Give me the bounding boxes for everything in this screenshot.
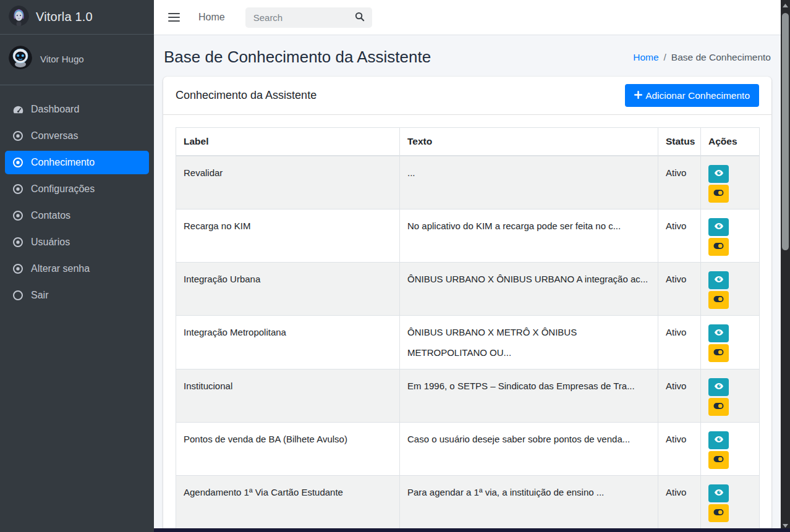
cell-status: Ativo — [658, 156, 701, 209]
cell-status: Ativo — [658, 209, 701, 263]
cell-acoes — [701, 209, 760, 263]
table-row: Recarga no KIM No aplicativo do KIM a re… — [176, 209, 760, 263]
cell-label: Revalidar — [176, 156, 400, 209]
toggle-on-icon — [713, 508, 724, 518]
sidebar-item-configuracoes[interactable]: Configurações — [5, 177, 149, 201]
brand-title: Vitorla 1.0 — [36, 10, 93, 24]
eye-icon — [714, 327, 724, 339]
table-header-row: Label Texto Status Ações — [176, 128, 760, 156]
user-name[interactable]: Vitor Hugo — [40, 54, 84, 64]
view-button[interactable] — [708, 378, 729, 396]
view-button[interactable] — [708, 218, 729, 236]
view-button[interactable] — [708, 484, 729, 502]
toggle-status-button[interactable] — [708, 398, 729, 416]
table-row: Agendamento 1ª Via Cartão Estudante Para… — [176, 476, 760, 529]
sidebar-item-conhecimento[interactable]: Conhecimento — [5, 151, 149, 174]
toggle-status-button[interactable] — [708, 451, 729, 469]
toggle-on-icon — [713, 295, 724, 305]
card-header: Conhecimento da Assistente Adicionar Con… — [163, 77, 771, 115]
toggle-on-icon — [713, 402, 724, 412]
user-avatar[interactable] — [9, 46, 32, 72]
toggle-on-icon — [713, 242, 724, 252]
hamburger-icon[interactable] — [168, 13, 180, 22]
cell-texto: ÔNIBUS URBANO X METRÔ X ÔNIBUS METROPOLI… — [400, 316, 658, 369]
sidebar-item-label: Dashboard — [31, 104, 79, 115]
cell-status: Ativo — [658, 263, 701, 316]
cell-texto: ... — [400, 156, 658, 209]
sidebar-item-label: Contatos — [31, 210, 70, 221]
sidebar-item-usuarios[interactable]: Usuários — [5, 230, 149, 254]
toggle-status-button[interactable] — [708, 504, 729, 522]
toggle-status-button[interactable] — [708, 291, 729, 309]
cell-texto: No aplicativo do KIM a recarga pode ser … — [400, 209, 658, 263]
user-panel: Vitor Hugo — [0, 35, 154, 85]
sidebar-item-dashboard[interactable]: Dashboard — [5, 98, 149, 121]
add-knowledge-button-label: Adicionar Conhecimento — [645, 90, 750, 101]
eye-icon — [714, 381, 724, 393]
cell-acoes — [701, 369, 760, 423]
sidebar-item-label: Usuários — [31, 237, 70, 248]
cell-status: Ativo — [658, 423, 701, 476]
dot-circle-icon — [11, 263, 25, 274]
cell-texto: Em 1996, o SETPS – Sindicato das Empresa… — [400, 369, 658, 423]
dot-circle-icon — [11, 157, 25, 168]
view-button[interactable] — [708, 324, 729, 342]
plus-icon — [634, 90, 642, 101]
eye-icon — [714, 221, 724, 233]
dot-circle-icon — [11, 130, 25, 141]
view-button[interactable] — [708, 271, 729, 289]
dot-circle-icon — [11, 184, 25, 195]
table-row: Integração Metropolitana ÔNIBUS URBANO X… — [176, 316, 760, 369]
eye-icon — [714, 168, 724, 180]
scrollbar-up-arrow[interactable] — [781, 1, 790, 11]
view-button[interactable] — [708, 431, 729, 449]
navbar-search — [245, 7, 372, 28]
view-button[interactable] — [708, 165, 729, 183]
toggle-status-button[interactable] — [708, 185, 729, 203]
sidebar-nav: Dashboard Conversas Conhecimento Configu… — [0, 85, 154, 307]
sidebar-item-label: Conhecimento — [31, 157, 95, 168]
search-input[interactable] — [245, 12, 347, 23]
breadcrumb-home-link[interactable]: Home — [633, 52, 658, 63]
toggle-on-icon — [713, 188, 724, 199]
breadcrumb: Home / Base de Conhecimento — [633, 52, 771, 63]
search-button[interactable] — [347, 7, 372, 28]
sidebar-item-alterar-senha[interactable]: Alterar senha — [5, 257, 149, 281]
column-header-status: Status — [658, 128, 701, 156]
table-row: Pontos de venda de BA (Bilhete Avulso) C… — [176, 423, 760, 476]
cell-acoes — [701, 263, 760, 316]
sidebar-item-contatos[interactable]: Contatos — [5, 204, 149, 227]
table-row: Revalidar ... Ativo — [176, 156, 760, 209]
sidebar-item-sair[interactable]: Sair — [5, 284, 149, 307]
brand-logo-image — [9, 6, 29, 28]
add-knowledge-button[interactable]: Adicionar Conhecimento — [625, 84, 759, 107]
toggle-on-icon — [713, 455, 724, 465]
toggle-status-button[interactable] — [708, 238, 729, 256]
card-title: Conhecimento da Assistente — [176, 89, 316, 102]
vertical-scrollbar — [781, 0, 790, 532]
sidebar-item-conversas[interactable]: Conversas — [5, 124, 149, 148]
toggle-status-button[interactable] — [708, 344, 729, 362]
top-navbar: Home — [154, 0, 781, 35]
breadcrumb-separator: / — [664, 52, 666, 63]
sidebar-item-label: Alterar senha — [31, 263, 90, 274]
cell-texto: ÔNIBUS URBANO X ÔNIBUS URBANO A integraç… — [400, 263, 658, 316]
scrollbar-thumb[interactable] — [782, 13, 789, 250]
column-header-acoes: Ações — [701, 128, 760, 156]
cell-label: Institucional — [176, 369, 400, 423]
cell-label: Integração Urbana — [176, 263, 400, 316]
bottom-window-edge — [154, 528, 790, 532]
sidebar: Vitorla 1.0 Vitor Hugo — [0, 0, 154, 532]
knowledge-table: Label Texto Status Ações Revalidar ... A… — [176, 127, 760, 529]
navbar-home-link[interactable]: Home — [198, 12, 225, 23]
dot-circle-icon — [11, 237, 25, 248]
toggle-on-icon — [713, 348, 724, 358]
sidebar-item-label: Configurações — [31, 184, 95, 195]
cell-acoes — [701, 476, 760, 529]
circle-icon — [11, 290, 25, 301]
brand-link[interactable]: Vitorla 1.0 — [0, 0, 154, 35]
cell-texto: Caso o usuário deseje saber sobre pontos… — [400, 423, 658, 476]
sidebar-item-label: Sair — [31, 290, 48, 301]
page-title: Base de Conhecimento da Assistente — [164, 48, 431, 67]
cell-status: Ativo — [658, 369, 701, 423]
